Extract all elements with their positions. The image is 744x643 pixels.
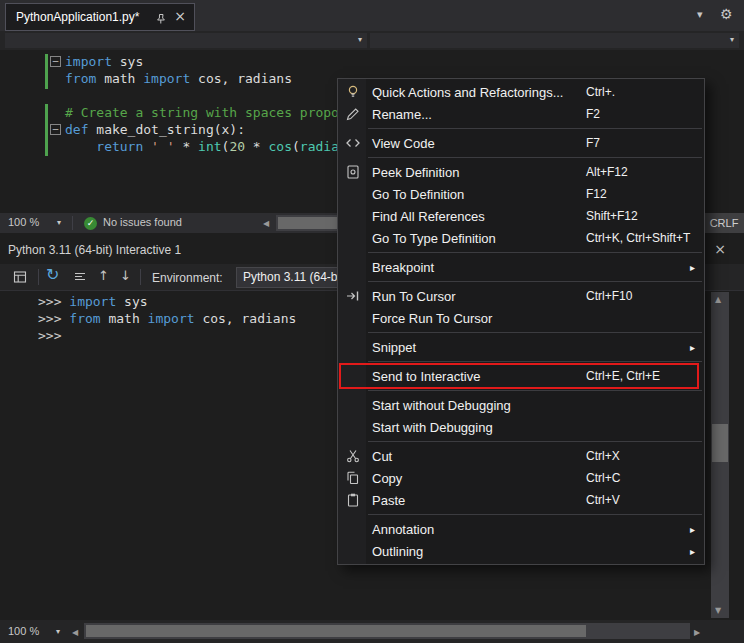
code-line: >>> import sys: [38, 293, 296, 310]
tab-bar: PythonApplication1.py* × ▾ ⚙: [0, 0, 744, 31]
zoom-level[interactable]: 100 %: [8, 625, 39, 637]
menu-item-breakpoint[interactable]: Breakpoint▸: [338, 256, 704, 278]
environment-value: Python 3.11 (64-bit): [237, 268, 353, 287]
menu-item-run-to-cursor[interactable]: Run To CursorCtrl+F10: [338, 285, 704, 307]
menu-item-peek-definition[interactable]: Peek DefinitionAlt+F12: [338, 161, 704, 183]
zoom-level[interactable]: 100 %: [8, 216, 39, 228]
menu-separator: [368, 361, 702, 362]
menu-item-snippet[interactable]: Snippet▸: [338, 336, 704, 358]
menu-item-view-code[interactable]: View CodeF7: [338, 132, 704, 154]
horizontal-scrollbar[interactable]: [84, 623, 690, 639]
menu-item-shortcut: Ctrl+F10: [586, 289, 632, 303]
menu-item-go-to-definition[interactable]: Go To DefinitionF12: [338, 183, 704, 205]
menu-item-shortcut: Alt+F12: [586, 165, 628, 179]
close-icon[interactable]: ×: [174, 8, 186, 24]
chevron-down-icon[interactable]: ▾: [56, 627, 60, 636]
fold-collapse-icon[interactable]: −: [50, 124, 61, 135]
scroll-down-icon[interactable]: ▼: [715, 606, 721, 615]
lightbulb-icon: [338, 84, 368, 100]
scroll-right-icon[interactable]: ▶: [694, 628, 700, 637]
no-issues-check-icon: ✓: [84, 217, 97, 230]
chevron-down-icon: ▾: [730, 35, 734, 44]
menu-item-cut[interactable]: CutCtrl+X: [338, 445, 704, 467]
submenu-arrow-icon: ▸: [690, 342, 695, 353]
tab-pythonapplication1[interactable]: PythonApplication1.py* ×: [5, 3, 195, 31]
menu-item-label: Force Run To Cursor: [372, 311, 492, 326]
menu-item-send-to-interactive[interactable]: Send to InteractiveCtrl+E, Ctrl+E: [338, 365, 704, 387]
interactive-window-icon[interactable]: [12, 269, 28, 289]
menu-separator: [368, 332, 702, 333]
menu-item-shortcut: F2: [586, 107, 600, 121]
vertical-scrollbar[interactable]: ▲ ▼: [711, 292, 729, 618]
menu-item-find-all-references[interactable]: Find All ReferencesShift+F12: [338, 205, 704, 227]
scrollbar-thumb[interactable]: [712, 424, 728, 462]
menu-item-paste[interactable]: PasteCtrl+V: [338, 489, 704, 511]
pin-icon[interactable]: [155, 11, 167, 29]
code-token: def: [65, 122, 88, 137]
code-token: *: [175, 139, 198, 154]
cut-icon: [338, 448, 368, 464]
peek-icon: [338, 164, 368, 180]
submenu-arrow-icon: ▸: [690, 524, 695, 535]
scroll-left-icon[interactable]: ◀: [72, 628, 78, 637]
menu-item-copy[interactable]: CopyCtrl+C: [338, 467, 704, 489]
panel-title: Python 3.11 (64-bit) Interactive 1: [8, 243, 181, 257]
run-cursor-icon: [338, 288, 368, 304]
menu-item-label: Start with Debugging: [372, 420, 493, 435]
code-token: import: [143, 71, 190, 86]
reset-icon[interactable]: ↻: [46, 265, 59, 284]
gear-icon[interactable]: ⚙: [720, 6, 733, 22]
menu-item-label: Peek Definition: [372, 165, 459, 180]
document-list-chevron-icon[interactable]: ▾: [697, 8, 703, 21]
code-token: return: [96, 139, 143, 154]
menu-item-rename[interactable]: Rename...F2: [338, 103, 704, 125]
submenu-arrow-icon: ▸: [690, 262, 695, 273]
code-token: 20: [229, 139, 245, 154]
menu-separator: [368, 281, 702, 282]
code-token: cos, radians: [190, 71, 292, 86]
code-line: def make_dot_string(x):: [65, 121, 347, 138]
nav-members-dropdown[interactable]: ▾: [370, 33, 739, 48]
menu-item-shortcut: F12: [586, 187, 607, 201]
line-ending-indicator[interactable]: CRLF: [704, 213, 744, 233]
fold-collapse-icon[interactable]: −: [50, 56, 61, 67]
chevron-down-icon: ▾: [358, 35, 362, 44]
menu-separator: [368, 390, 702, 391]
code-token: int: [198, 139, 221, 154]
scroll-left-icon[interactable]: ◀: [263, 219, 269, 228]
code-token: sys: [116, 294, 147, 309]
interactive-output[interactable]: >>> import sys>>> from math import cos, …: [38, 293, 296, 344]
menu-item-label: Start without Debugging: [372, 398, 511, 413]
nav-types-dropdown[interactable]: ▾: [5, 33, 367, 48]
menu-separator: [368, 441, 702, 442]
menu-item-outlining[interactable]: Outlining▸: [338, 540, 704, 562]
menu-item-go-to-type-definition[interactable]: Go To Type DefinitionCtrl+K, Ctrl+Shift+…: [338, 227, 704, 249]
scrollbar-thumb[interactable]: [86, 625, 586, 637]
code-line: [65, 87, 347, 104]
menu-item-label: View Code: [372, 136, 435, 151]
editor-code: import sysfrom math import cos, radians …: [65, 53, 347, 155]
clear-screen-icon[interactable]: [72, 269, 88, 289]
menu-item-start-with-debugging[interactable]: Start with Debugging: [338, 416, 704, 438]
menu-item-label: Outlining: [372, 544, 423, 559]
menu-item-label: Annotation: [372, 522, 434, 537]
code-token: [143, 139, 151, 154]
menu-item-label: Go To Definition: [372, 187, 464, 202]
menu-item-label: Rename...: [372, 107, 432, 122]
code-token: ' ': [151, 139, 174, 154]
chevron-down-icon[interactable]: ▾: [57, 218, 61, 227]
menu-item-label: Go To Type Definition: [372, 231, 496, 246]
scroll-up-icon[interactable]: ▲: [715, 295, 721, 304]
menu-item-start-without-debugging[interactable]: Start without Debugging: [338, 394, 704, 416]
menu-item-quick-actions-and-refactorings[interactable]: Quick Actions and Refactorings...Ctrl+.: [338, 81, 704, 103]
close-icon[interactable]: ×: [714, 241, 726, 257]
menu-item-annotation[interactable]: Annotation▸: [338, 518, 704, 540]
history-previous-icon[interactable]: ↑: [98, 268, 109, 283]
menu-item-force-run-to-cursor[interactable]: Force Run To Cursor: [338, 307, 704, 329]
menu-item-shortcut: Ctrl+C: [586, 471, 620, 485]
menu-item-label: Find All References: [372, 209, 485, 224]
history-next-icon[interactable]: ↓: [120, 268, 131, 283]
vs-window: PythonApplication1.py* × ▾ ⚙ ▾ ▾ − − imp…: [0, 0, 744, 643]
submenu-arrow-icon: ▸: [690, 546, 695, 557]
code-token: math: [101, 311, 148, 326]
